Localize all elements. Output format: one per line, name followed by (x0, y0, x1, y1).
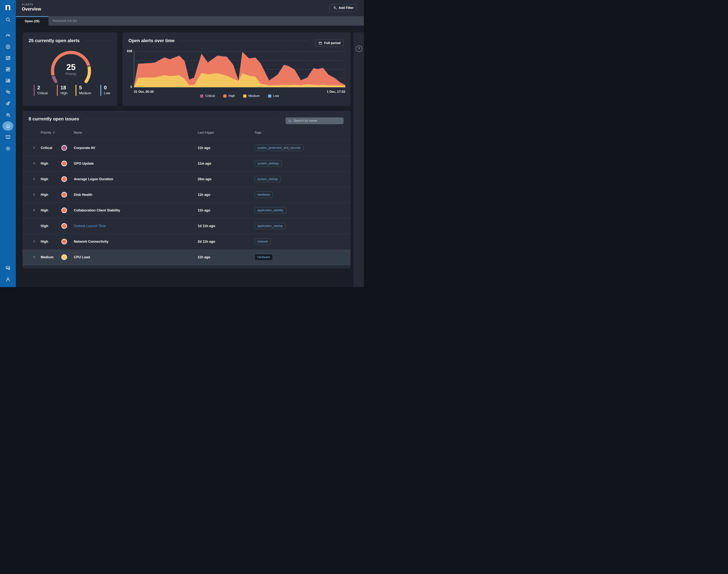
issue-tag[interactable]: hardware (255, 254, 273, 260)
priority-dot (62, 176, 67, 182)
gear-icon (5, 146, 11, 151)
high-color-bar (57, 85, 58, 96)
sidebar-item-feedback[interactable] (3, 263, 13, 272)
sidebar-item-library[interactable] (3, 133, 13, 141)
table-row[interactable]: High Average Logon Duration 26m ago syst… (23, 171, 350, 187)
x-start-label: 31 Oct, 05:30 (134, 90, 154, 94)
open-alerts-over-time-card: Open alerts over time Full period 838 0 … (122, 32, 350, 106)
gauge-total-value: 25 (52, 63, 90, 72)
alerts-area-chart (134, 51, 345, 88)
sidebar: n (0, 0, 16, 287)
sidebar-item-alerts[interactable] (2, 121, 13, 131)
column-name-label: Name (74, 131, 82, 134)
issue-tag[interactable]: application_startup (255, 223, 285, 229)
legend-low[interactable]: Low (268, 94, 279, 98)
priority-label: High (41, 193, 48, 197)
chevron-right-icon[interactable] (32, 208, 36, 213)
issue-tag[interactable]: application_stability (255, 207, 286, 213)
table-row[interactable]: High GPO Update 11m ago system_settings (23, 156, 350, 171)
add-filter-button[interactable]: Add Filter (329, 4, 357, 12)
table-row[interactable]: High Network Connectivity 2d 11h ago net… (23, 234, 350, 249)
table-row[interactable]: High Collaboration Client Stability 11h … (23, 203, 350, 218)
column-tags: Tags (255, 131, 261, 134)
last-trigger: 11m ago (198, 162, 211, 166)
sidebar-item-applications[interactable] (3, 65, 13, 74)
page-header: ALERTS Overview Add Filter (16, 0, 364, 16)
table-row[interactable]: Medium CPU Load 11h ago hardware (23, 249, 350, 265)
priority-dot (62, 161, 67, 166)
help-icon[interactable]: ? (356, 45, 362, 52)
chevron-right-icon[interactable] (32, 146, 36, 150)
search-input[interactable] (293, 119, 341, 123)
high-swatch (223, 94, 227, 98)
sidebar-item-dashboards[interactable] (3, 31, 13, 40)
column-last-trigger: Last trigger (198, 131, 214, 134)
sidebar-item-search[interactable] (3, 15, 13, 24)
table-row[interactable]: High Disk Health 11h ago hardware (23, 187, 350, 203)
priority-label: High (41, 162, 48, 166)
sidebar-item-settings[interactable] (3, 144, 13, 153)
chevron-right-icon[interactable] (32, 255, 36, 259)
sidebar-item-monitoring[interactable] (3, 54, 13, 62)
x-axis-labels: 31 Oct, 05:30 1 Dec, 17:32 (134, 90, 345, 94)
metrics-icon (5, 55, 11, 61)
alerts-overview-screen: n ALERTS Overview Add Filter Open (25) R… (0, 0, 364, 287)
issue-name: CPU Load (74, 255, 90, 259)
search-icon (5, 17, 11, 23)
issue-tag[interactable]: system_protection_and_security (255, 145, 303, 151)
high-label: High (61, 91, 67, 95)
tab-open[interactable]: Open (25) (16, 16, 48, 26)
priority-label: High (41, 177, 48, 181)
y-axis-max-label: 838 (122, 49, 132, 53)
critical-color-bar (34, 85, 35, 96)
legend-medium-label: Medium (248, 94, 260, 98)
open-issues-card: 8 currently open issues Priority Name La… (23, 111, 350, 269)
bell-icon (5, 123, 11, 129)
x-end-label: 1 Dec, 17:32 (327, 90, 345, 94)
column-priority[interactable]: Priority (41, 131, 55, 134)
brand-logo[interactable]: n (0, 1, 16, 12)
priority-label: High (41, 208, 48, 212)
last-trigger: 11h ago (198, 146, 210, 150)
legend-high[interactable]: High (223, 94, 235, 98)
table-row[interactable]: High Outlook Launch Time 1d 11h ago appl… (23, 218, 350, 234)
chevron-right-icon[interactable] (32, 162, 36, 166)
priority-dot (62, 254, 67, 260)
tab-bar: Open (25) Resolved (14.2k) (16, 16, 364, 26)
table-row[interactable]: Critical Corporate AV 11h ago system_pro… (23, 140, 350, 156)
stat-high: 18 High (57, 85, 67, 96)
critical-count: 2 (37, 85, 48, 91)
sidebar-item-explore[interactable] (3, 42, 13, 51)
issue-tag[interactable]: system_startup (255, 176, 280, 182)
priority-dot (62, 207, 67, 213)
low-color-bar (100, 85, 101, 96)
issue-name: Collaboration Client Stability (74, 208, 120, 212)
legend-critical[interactable]: Critical (200, 94, 215, 98)
sidebar-item-engage[interactable] (3, 87, 13, 96)
sidebar-item-account[interactable] (3, 275, 13, 284)
critical-label: Critical (37, 91, 48, 95)
priority-dot (62, 145, 67, 151)
priority-label: Medium (41, 255, 53, 259)
chevron-right-icon[interactable] (32, 240, 36, 244)
issue-tag[interactable]: network (255, 238, 271, 245)
issue-tag[interactable]: system_settings (255, 160, 282, 167)
column-tags-label: Tags (255, 131, 261, 134)
priority-dot (62, 223, 67, 229)
gauge-icon (5, 33, 11, 38)
sidebar-item-workspace[interactable] (3, 76, 13, 85)
issue-tag[interactable]: hardware (255, 192, 273, 198)
y-axis-min-label: 0 (122, 85, 132, 89)
sidebar-item-campaigns[interactable] (3, 99, 13, 108)
chevron-right-icon[interactable] (32, 177, 36, 181)
sidebar-item-investigate[interactable] (3, 111, 13, 119)
chat-icon (5, 89, 11, 95)
legend-medium[interactable]: Medium (243, 94, 260, 98)
issue-name[interactable]: Outlook Launch Time (74, 224, 106, 228)
tab-resolved[interactable]: Resolved (14.2k) (53, 16, 83, 26)
book-icon (5, 134, 11, 140)
chevron-right-icon[interactable] (32, 193, 36, 197)
add-filter-label: Add Filter (339, 6, 353, 10)
full-period-button[interactable]: Full period (315, 40, 344, 47)
help-panel: ? (353, 32, 364, 287)
